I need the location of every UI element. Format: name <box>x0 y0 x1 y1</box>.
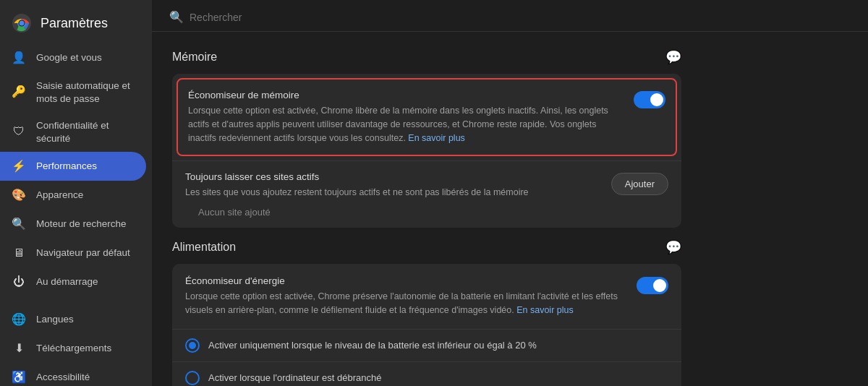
memory-section-header: Mémoire 💬 <box>172 49 681 65</box>
power-feedback-icon[interactable]: 💬 <box>665 239 681 255</box>
power-learn-more-text[interactable]: En savoir plus <box>516 305 574 315</box>
power-section-header: Alimentation 💬 <box>172 239 681 255</box>
appearance-icon: 🎨 <box>12 188 26 202</box>
always-active-desc: Les sites que vous ajoutez restent toujo… <box>185 186 600 200</box>
sidebar-item-label-startup: Au démarrage <box>36 275 135 288</box>
memory-feedback-icon[interactable]: 💬 <box>665 49 681 65</box>
power-economiseur-content: Économiseur d'énergie Lorsque cette opti… <box>185 275 637 317</box>
sidebar-item-downloads[interactable]: ⬇ Téléchargements <box>0 334 146 363</box>
memory-learn-more-text[interactable]: En savoir plus <box>408 133 465 143</box>
search-engine-icon: 🔍 <box>12 217 26 231</box>
power-card: Économiseur d'énergie Lorsque cette opti… <box>172 264 681 386</box>
google-icon: 👤 <box>12 51 26 65</box>
radio-unplugged-label: Activer lorsque l'ordinateur est débranc… <box>208 372 382 383</box>
search-icon: 🔍 <box>169 10 184 24</box>
languages-icon: 🌐 <box>12 312 26 327</box>
radio-battery-label: Activer uniquement lorsque le niveau de … <box>208 340 537 351</box>
sidebar-item-autofill[interactable]: 🔑 Saisie automatique et mots de passe <box>0 72 146 112</box>
downloads-icon: ⬇ <box>12 341 26 356</box>
search-input[interactable] <box>190 12 851 23</box>
power-toggle[interactable] <box>637 277 668 294</box>
autofill-icon: 🔑 <box>12 85 26 100</box>
main-content: 🔍 Mémoire 💬 Économiseur de mémoire Lorsq… <box>152 0 868 386</box>
search-bar: 🔍 <box>152 0 868 32</box>
startup-icon: ⏻ <box>12 275 26 289</box>
memory-economiseur-item: Économiseur de mémoire Lorsque cette opt… <box>176 78 677 156</box>
radio-unplugged-circle[interactable] <box>185 371 200 385</box>
sidebar-item-accessibility[interactable]: ♿ Accessibilité <box>0 363 146 386</box>
sidebar-item-search-engine[interactable]: 🔍 Moteur de recherche <box>0 210 146 239</box>
sidebar-item-label-google: Google et vous <box>36 51 135 64</box>
sidebar-item-label-languages: Langues <box>36 313 135 326</box>
always-active-section: Toujours laisser ces sites actifs Les si… <box>172 160 681 228</box>
sidebar-item-label-appearance: Apparence <box>36 189 135 202</box>
memory-economiseur-desc: Lorsque cette option est activée, Chrome… <box>188 104 622 145</box>
memory-card: Économiseur de mémoire Lorsque cette opt… <box>172 74 681 228</box>
memory-economiseur-desc-text: Lorsque cette option est activée, Chrome… <box>188 106 608 143</box>
svg-point-3 <box>20 21 25 26</box>
sidebar-item-label-accessibility: Accessibilité <box>36 371 135 384</box>
sidebar-item-label-privacy: Confidentialité et sécurité <box>36 119 135 145</box>
power-economiseur-title: Économiseur d'énergie <box>185 275 625 286</box>
radio-battery-item[interactable]: Activer uniquement lorsque le niveau de … <box>172 330 681 361</box>
no-site-text: Aucun site ajouté <box>185 200 668 228</box>
sidebar-item-privacy[interactable]: 🛡 Confidentialité et sécurité <box>0 112 146 152</box>
sidebar-item-startup[interactable]: ⏻ Au démarrage <box>0 267 146 296</box>
always-active-content: Toujours laisser ces sites actifs Les si… <box>185 171 611 200</box>
sidebar-item-google[interactable]: 👤 Google et vous <box>0 43 146 72</box>
sidebar-item-label-downloads: Téléchargements <box>36 342 135 355</box>
sidebar-item-label-search: Moteur de recherche <box>36 218 135 231</box>
always-active-title: Toujours laisser ces sites actifs <box>185 171 600 182</box>
settings-content: Mémoire 💬 Économiseur de mémoire Lorsque… <box>152 32 702 386</box>
power-economiseur-desc: Lorsque cette option est activée, Chrome… <box>185 290 625 317</box>
memory-section-title: Mémoire <box>172 51 217 64</box>
power-toggle-thumb <box>653 279 666 292</box>
sidebar-item-languages[interactable]: 🌐 Langues <box>0 305 146 334</box>
memory-economiseur-content: Économiseur de mémoire Lorsque cette opt… <box>188 90 634 145</box>
performances-icon: ⚡ <box>12 159 26 173</box>
add-site-button[interactable]: Ajouter <box>611 173 668 195</box>
sidebar-header: Paramètres <box>0 6 152 43</box>
memory-toggle-thumb <box>650 93 663 106</box>
memory-economiseur-title: Économiseur de mémoire <box>188 90 622 100</box>
sidebar-item-performances[interactable]: ⚡ Performances <box>0 152 146 181</box>
accessibility-icon: ♿ <box>12 370 26 385</box>
radio-unplugged-item[interactable]: Activer lorsque l'ordinateur est débranc… <box>172 361 681 387</box>
sidebar-item-default-browser[interactable]: 🖥 Navigateur par défaut <box>0 239 146 267</box>
memory-toggle[interactable] <box>634 91 665 108</box>
always-active-row: Toujours laisser ces sites actifs Les si… <box>185 171 668 200</box>
memory-toggle-track[interactable] <box>634 91 665 108</box>
default-browser-icon: 🖥 <box>12 246 26 260</box>
power-toggle-track[interactable] <box>637 277 668 294</box>
sidebar: Paramètres 👤 Google et vous 🔑 Saisie aut… <box>0 0 152 386</box>
chrome-logo-icon <box>12 13 32 33</box>
sidebar-item-appearance[interactable]: 🎨 Apparence <box>0 181 146 210</box>
sidebar-item-label-performances: Performances <box>36 160 135 173</box>
app-title: Paramètres <box>41 16 108 31</box>
sidebar-item-label-autofill: Saisie automatique et mots de passe <box>36 80 135 105</box>
power-section-title: Alimentation <box>172 241 236 254</box>
privacy-icon: 🛡 <box>12 125 26 140</box>
radio-battery-circle[interactable] <box>185 338 200 353</box>
sidebar-item-label-default: Navigateur par défaut <box>36 246 135 260</box>
power-economiseur-item: Économiseur d'énergie Lorsque cette opti… <box>172 264 681 330</box>
